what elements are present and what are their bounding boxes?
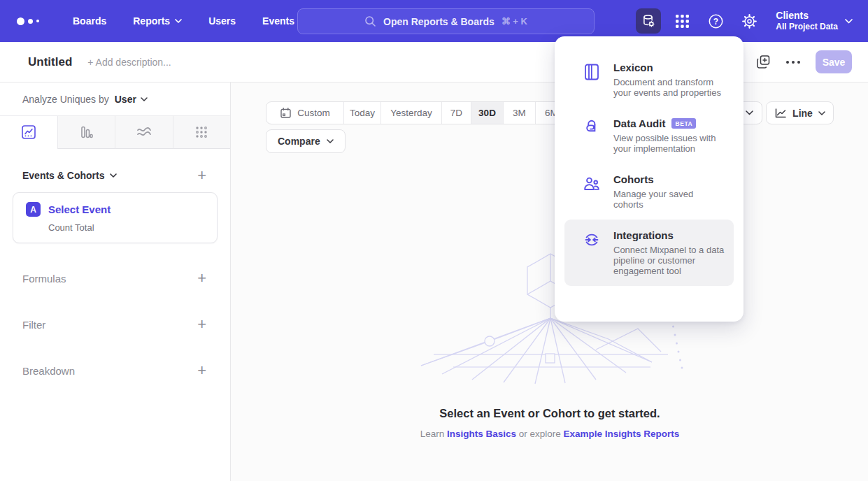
nav-boards[interactable]: Boards	[73, 15, 106, 27]
chart-type-tabs	[0, 115, 230, 149]
date-range-custom-label: Custom	[297, 108, 330, 118]
nav-users[interactable]: Users	[208, 15, 236, 27]
calendar-icon	[280, 107, 292, 119]
nav-users-label: Users	[208, 15, 236, 27]
or-explore-text: or explore	[519, 429, 561, 439]
nav-events-label: Events	[262, 15, 294, 27]
add-filter-button[interactable]: +	[194, 317, 209, 331]
date-range-7d-label: 7D	[450, 108, 462, 118]
report-canvas: Custom Today Yesterday 7D 30D 3M 6M 12M …	[232, 82, 868, 481]
mixpanel-logo-icon[interactable]	[17, 17, 53, 25]
global-search-input[interactable]: Open Reports & Boards ⌘ + K	[297, 8, 595, 34]
add-breakdown-button[interactable]: +	[194, 364, 209, 378]
data-audit-icon	[583, 117, 601, 154]
save-button[interactable]: Save	[816, 50, 852, 73]
nav-boards-label: Boards	[73, 15, 106, 27]
date-range-30d[interactable]: 30D	[471, 102, 503, 124]
analyze-uniques-label: Analyze Uniques by	[22, 94, 109, 105]
breakdown-label: Breakdown	[22, 365, 75, 377]
top-navbar: Boards Reports Users Events Open Reports…	[0, 0, 868, 42]
add-event-button[interactable]: +	[194, 168, 209, 182]
integrations-icon	[583, 229, 601, 276]
compare-button[interactable]: Compare	[266, 129, 346, 153]
svg-text:?: ?	[713, 16, 718, 26]
event-card[interactable]: A Select Event Count Total	[13, 192, 218, 243]
learn-prefix: Learn	[420, 429, 445, 439]
chevron-down-icon	[110, 173, 117, 178]
event-letter-badge: A	[26, 202, 41, 217]
data-audit-title: Data Audit	[613, 117, 665, 129]
duplicate-report-button[interactable]	[756, 55, 771, 69]
select-event-label[interactable]: Select Event	[48, 203, 111, 215]
date-range-yesterday[interactable]: Yesterday	[380, 102, 441, 124]
tab-bar-chart[interactable]	[57, 116, 115, 149]
menu-item-integrations[interactable]: Integrations Connect Mixpanel to a data …	[564, 220, 734, 286]
lexicon-icon	[583, 62, 601, 98]
line-chart-icon	[21, 124, 36, 140]
date-range-today[interactable]: Today	[343, 102, 380, 124]
integrations-description: Connect Mixpanel to a data pipeline or c…	[613, 245, 725, 276]
date-range-control: Custom Today Yesterday 7D 30D 3M 6M 12M	[266, 101, 600, 124]
empty-state-links: Learn Insights Basics or explore Example…	[232, 429, 868, 439]
cohorts-icon	[583, 173, 601, 210]
menu-item-lexicon[interactable]: Lexicon Document and transform your even…	[564, 52, 734, 108]
chevron-down-icon	[327, 139, 334, 143]
grid-icon	[675, 14, 690, 29]
tab-line-chart[interactable]	[0, 116, 57, 149]
search-placeholder: Open Reports & Boards	[383, 16, 495, 27]
date-range-7d[interactable]: 7D	[441, 102, 471, 124]
date-range-custom[interactable]: Custom	[266, 102, 343, 124]
tab-flow-chart[interactable]	[115, 116, 173, 149]
flow-chart-icon	[136, 124, 152, 140]
lexicon-description: Document and transform your events and p…	[613, 77, 725, 98]
chart-type-label: Line	[792, 108, 813, 119]
example-insights-reports-link[interactable]: Example Insights Reports	[564, 429, 680, 439]
events-cohorts-section-toggle[interactable]: Events & Cohorts	[22, 170, 117, 181]
formulas-label: Formulas	[22, 273, 66, 285]
chevron-down-icon	[845, 19, 853, 24]
project-name: All Project Data	[776, 22, 838, 32]
search-icon	[364, 15, 376, 27]
metrics-grid-icon	[194, 124, 209, 140]
settings-button[interactable]	[737, 8, 762, 34]
cohorts-description: Manage your saved cohorts	[613, 189, 725, 210]
insights-basics-link[interactable]: Insights Basics	[447, 429, 516, 439]
tab-metrics-grid[interactable]	[173, 116, 231, 149]
nav-reports[interactable]: Reports	[133, 15, 182, 27]
empty-state-title: Select an Event or Cohort to get started…	[232, 407, 868, 420]
chevron-down-icon	[746, 110, 753, 115]
chevron-down-icon[interactable]	[141, 97, 148, 101]
add-formula-button[interactable]: +	[194, 271, 209, 285]
line-chart-icon	[774, 108, 787, 119]
org-name: Clients	[776, 10, 838, 22]
more-options-button[interactable]	[785, 57, 802, 68]
report-description-placeholder[interactable]: + Add description...	[87, 57, 171, 68]
data-management-menu: Lexicon Document and transform your even…	[555, 36, 744, 322]
apps-grid-button[interactable]	[669, 8, 695, 34]
events-cohorts-label: Events & Cohorts	[22, 170, 104, 181]
help-icon: ?	[708, 13, 724, 29]
menu-item-cohorts[interactable]: Cohorts Manage your saved cohorts	[564, 164, 734, 220]
report-title[interactable]: Untitled	[28, 55, 72, 69]
chart-type-dropdown[interactable]: Line	[766, 101, 834, 124]
bar-chart-icon	[78, 124, 94, 140]
help-button[interactable]: ?	[703, 8, 728, 34]
analyze-uniques-value[interactable]: User	[115, 94, 136, 105]
integrations-title: Integrations	[613, 229, 674, 241]
data-audit-description: View possible issues with your implement…	[613, 133, 725, 154]
date-range-30d-label: 30D	[478, 108, 496, 118]
query-builder-sidebar: Analyze Uniques by User	[0, 82, 231, 481]
project-switcher[interactable]: Clients All Project Data	[776, 10, 853, 32]
cohorts-title: Cohorts	[613, 173, 654, 185]
data-management-button[interactable]	[636, 8, 661, 34]
date-range-today-label: Today	[350, 108, 375, 118]
menu-item-data-audit[interactable]: Data Audit BETA View possible issues wit…	[564, 108, 734, 164]
filter-label: Filter	[22, 319, 45, 331]
nav-events[interactable]: Events	[262, 15, 294, 27]
event-measure-label[interactable]: Count Total	[48, 222, 206, 233]
date-range-yesterday-label: Yesterday	[390, 108, 432, 118]
compare-label: Compare	[278, 136, 320, 147]
nav-reports-label: Reports	[133, 15, 170, 27]
date-range-3m[interactable]: 3M	[503, 102, 535, 124]
chevron-down-icon	[175, 19, 182, 23]
